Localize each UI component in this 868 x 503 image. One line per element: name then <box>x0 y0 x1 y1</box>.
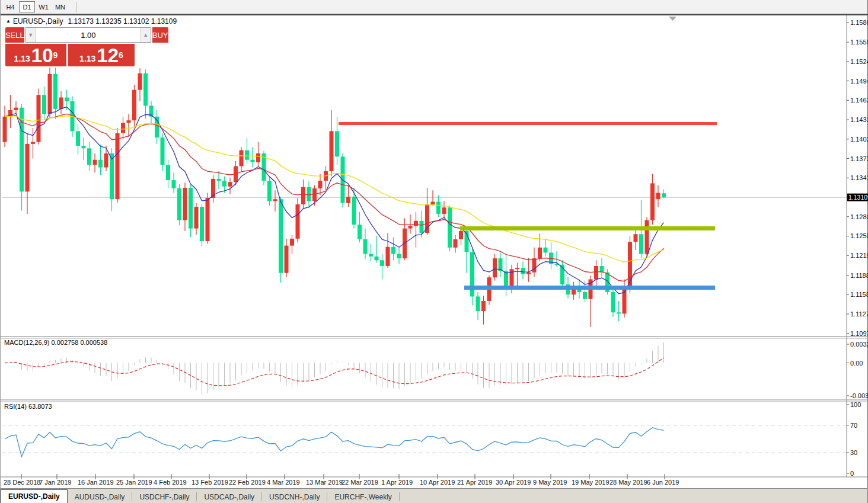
date-label: 7 Jan 2019 <box>39 479 71 486</box>
price-tick-label: 1.15245 <box>850 58 868 65</box>
date-label: 13 Feb 2019 <box>192 479 228 486</box>
date-label: 22 Mar 2019 <box>342 479 378 486</box>
macd-tick-label: 0.003287 <box>850 341 868 348</box>
date-label: 4 Mar 2019 <box>267 479 300 486</box>
price-tick-label: 1.12195 <box>850 252 868 259</box>
price-tick-label: 1.13415 <box>850 174 868 181</box>
sell-price-tile[interactable]: 1.13 10 9 <box>5 44 66 66</box>
symbol-tab-bar: EURUSD-,DailyAUDUSD-,DailyUSDCHF-,DailyU… <box>1 488 867 503</box>
rsi-tick-label: 0 <box>850 470 854 477</box>
buy-button[interactable]: BUY <box>152 27 168 43</box>
moving-average-8 <box>5 107 664 294</box>
date-label: 30 Apr 2019 <box>496 479 531 486</box>
date-label: 22 Feb 2019 <box>229 479 266 486</box>
symbol-tab-usdcaddaily[interactable]: USDCAD-,Daily <box>197 491 261 503</box>
buy-price-tile[interactable]: 1.13 12 6 <box>68 44 135 66</box>
price-tick-label: 1.12500 <box>850 232 868 239</box>
chevron-up-icon: ▲ <box>143 32 148 38</box>
date-label: 25 Jan 2019 <box>116 479 152 486</box>
date-label: 19 May 2019 <box>572 479 609 486</box>
date-label: 16 Jan 2019 <box>78 479 114 486</box>
rsi-tick-label: 30 <box>850 449 857 456</box>
timeframe-button-mn[interactable]: MN <box>52 1 68 12</box>
buy-price-point: 6 <box>119 44 123 66</box>
price-tick-label: 1.14330 <box>850 116 868 123</box>
price-tick-label: 1.11885 <box>850 272 868 279</box>
one-click-trading-panel: SELL ▼ ▲ BUY 1.13 10 9 1.13 12 6 <box>5 27 135 66</box>
chart-shift-marker-icon[interactable] <box>669 17 676 21</box>
macd-tick-label: 0.00 <box>850 360 863 367</box>
rsi-indicator-label: RSI(14) 63.8073 <box>4 403 52 410</box>
chart-ohlc-values: 1.13173 1.13235 1.13102 1.13109 <box>68 17 177 25</box>
volume-stepper: ▼ ▲ <box>25 27 151 43</box>
collapse-arrow-icon[interactable]: ▲ <box>6 18 11 24</box>
sell-price-point: 9 <box>53 44 58 66</box>
price-tick-label: 1.14940 <box>850 78 868 85</box>
price-tick-label: 1.15860 <box>850 19 868 26</box>
symbol-tab-audusddaily[interactable]: AUDUSD-,Daily <box>68 491 132 503</box>
sell-price-pips: 10 <box>31 47 53 65</box>
date-label: 9 May 2019 <box>533 479 567 486</box>
date-label: 28 Dec 2018 <box>4 479 40 486</box>
chart-symbol-label: EURUSD-,Daily <box>13 17 63 25</box>
timeframe-button-d1[interactable]: D1 <box>19 1 35 12</box>
chevron-down-icon: ▼ <box>28 32 33 38</box>
timeframe-toolbar: H4D1W1MN <box>1 0 867 14</box>
macd-indicator-label: MACD(12,26,9) 0.002758 0.000538 <box>4 339 107 346</box>
chart-canvas[interactable]: 1.158601.155501.152451.149401.146351.143… <box>1 0 868 503</box>
volume-input[interactable] <box>36 28 141 42</box>
buy-price-pips: 12 <box>97 47 119 65</box>
price-tick-label: 1.10970 <box>850 330 868 337</box>
symbol-tab-usdcnhdaily[interactable]: USDCNH-,Daily <box>262 491 327 503</box>
date-label: 10 Apr 2019 <box>420 479 455 486</box>
date-label: 1 Apr 2019 <box>381 479 413 486</box>
timeframe-button-h4[interactable]: H4 <box>2 1 18 12</box>
moving-average-45 <box>5 116 664 262</box>
date-label: 28 May 2019 <box>609 479 647 486</box>
price-tick-label: 1.13720 <box>850 155 868 162</box>
symbol-tab-eurusddaily[interactable]: EURUSD-,Daily <box>1 489 68 503</box>
date-label: 13 Mar 2019 <box>306 479 343 486</box>
price-tick-label: 1.12805 <box>850 213 868 220</box>
date-label: 6 Jun 2019 <box>647 479 679 486</box>
tab-separator <box>399 492 400 501</box>
date-label: 4 Feb 2019 <box>154 479 187 486</box>
rsi-tick-label: 100 <box>850 401 861 408</box>
timeframe-button-w1[interactable]: W1 <box>36 1 52 12</box>
price-tick-label: 1.14025 <box>850 136 868 143</box>
chart-title: ▲EURUSD-,Daily1.13173 1.13235 1.13102 1.… <box>6 17 177 25</box>
volume-increase-button[interactable]: ▲ <box>141 28 151 42</box>
sell-button[interactable]: SELL <box>5 27 24 43</box>
price-tick-label: 1.11275 <box>850 310 868 318</box>
volume-decrease-button[interactable]: ▼ <box>26 28 36 42</box>
price-tick-label: 1.15550 <box>850 39 868 46</box>
sell-price-base: 1.13 <box>14 53 30 65</box>
terminal-window: H4D1W1MN 1.158601.155501.152451.149401.1… <box>0 0 868 503</box>
price-tick-label: 1.14635 <box>850 97 868 104</box>
rsi-line <box>5 428 664 457</box>
macd-tick-label: -0.003659 <box>850 392 868 399</box>
price-tick-label: 1.11580 <box>850 291 868 298</box>
date-label: 21 Apr 2019 <box>457 479 492 486</box>
rsi-tick-label: 70 <box>850 422 857 429</box>
symbol-tab-usdchfdaily[interactable]: USDCHF-,Daily <box>132 491 196 503</box>
symbol-tab-eurchfweekly[interactable]: EURCHF-,Weekly <box>327 491 398 503</box>
toolbar-separator <box>76 2 76 12</box>
macd-signal-line <box>5 358 664 386</box>
current-price-value: 1.13109 <box>848 194 868 201</box>
buy-price-base: 1.13 <box>79 53 95 65</box>
